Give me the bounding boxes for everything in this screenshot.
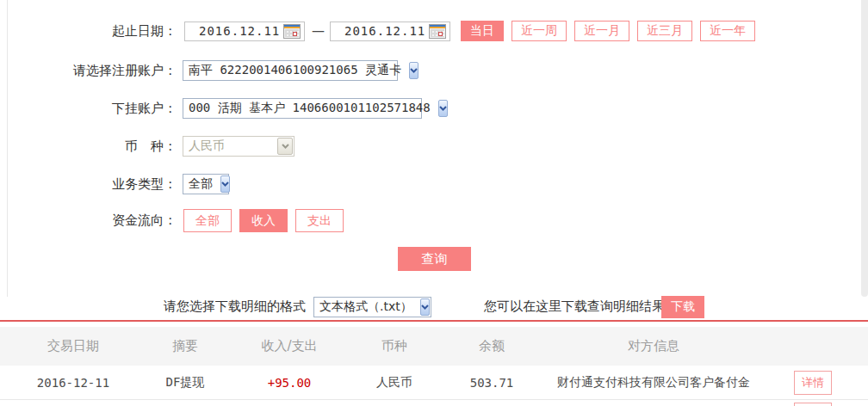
register-account-label: 请选择注册账户： — [0, 63, 177, 79]
calendar-icon[interactable] — [283, 24, 301, 39]
quick-range-quarter-button[interactable]: 近三月 — [637, 21, 692, 41]
col-header-currency: 币种 — [355, 338, 434, 354]
table-top-divider — [0, 320, 868, 322]
col-header-counterparty: 对方信息 — [549, 338, 758, 354]
business-type-select[interactable]: 全部 — [183, 174, 229, 194]
calendar-icon-header — [284, 25, 300, 28]
fund-flow-all-button[interactable]: 全部 — [183, 209, 232, 232]
business-type-value: 全部 — [183, 176, 220, 192]
quick-range-month-button[interactable]: 近一月 — [574, 21, 629, 41]
download-button[interactable]: 下载 — [661, 296, 704, 318]
detail-button[interactable] — [794, 403, 832, 406]
download-row: 请您选择下载明细的格式 文本格式（.txt） 您可以在这里下载查询明细结果 下载 — [0, 296, 868, 318]
quick-range-week-button[interactable]: 近一周 — [512, 21, 567, 41]
download-format-label: 请您选择下载明细的格式 — [164, 298, 306, 315]
cell-summary: DF提现 — [146, 375, 224, 391]
download-format-select[interactable]: 文本格式（.txt） — [313, 297, 431, 317]
transaction-query-page: 起止日期： 2016.12.11 — 2016.12.11 当日 近一周 近一月… — [0, 0, 868, 406]
quick-range-today-button[interactable]: 当日 — [461, 21, 504, 41]
fund-flow-label: 资金流向： — [0, 212, 177, 229]
currency-value: 人民币 — [183, 138, 276, 154]
business-type-row: 业务类型： 全部 — [0, 174, 229, 194]
chevron-down-icon — [277, 138, 293, 155]
date-separator: — — [312, 23, 325, 39]
download-format-value: 文本格式（.txt） — [314, 299, 419, 315]
results-table: 交易日期 摘要 收入/支出 币种 余额 对方信息 2016-12-11 DF提现… — [0, 327, 868, 400]
date-range-row: 起止日期： 2016.12.11 — 2016.12.11 当日 近一周 近一月… — [0, 21, 755, 41]
chevron-down-icon — [438, 100, 448, 117]
cell-balance: 503.71 — [434, 376, 549, 390]
cell-counterparty: 财付通支付科技有限公司客户备付金 — [549, 375, 758, 391]
cell-date: 2016-12-11 — [0, 376, 146, 390]
col-header-income-expense: 收入/支出 — [224, 338, 355, 354]
end-date-input[interactable]: 2016.12.11 — [330, 22, 450, 41]
sub-account-label: 下挂账户： — [0, 101, 177, 117]
sub-account-value: 000 活期 基本户 1406600101102571848 — [183, 101, 437, 116]
fund-flow-row: 资金流向： 全部 收入 支出 — [0, 209, 344, 232]
download-hint-text: 您可以在这里下载查询明细结果 — [484, 298, 665, 315]
col-header-summary: 摘要 — [146, 338, 224, 354]
table-header-row: 交易日期 摘要 收入/支出 币种 余额 对方信息 — [0, 327, 868, 366]
calendar-icon-today-mark — [293, 32, 297, 36]
cell-currency: 人民币 — [355, 375, 434, 391]
register-account-row: 请选择注册账户： 南平 6222001406100921065 灵通卡 — [0, 60, 398, 81]
start-date-value: 2016.12.11 — [199, 24, 283, 38]
query-button[interactable]: 查询 — [398, 247, 471, 271]
currency-label: 币 种： — [0, 138, 177, 155]
sub-account-select[interactable]: 000 活期 基本户 1406600101102571848 — [183, 98, 422, 119]
table-row: 2016-12-11 DF提现 +95.00 人民币 503.71 财付通支付科… — [0, 366, 868, 400]
register-account-value: 南平 6222001406100921065 灵通卡 — [183, 63, 408, 78]
col-header-balance: 余额 — [434, 338, 549, 354]
date-range-label: 起止日期： — [0, 23, 177, 40]
sub-account-row: 下挂账户： 000 活期 基本户 1406600101102571848 — [0, 98, 422, 119]
chevron-down-icon — [220, 175, 230, 193]
quick-range-year-button[interactable]: 近一年 — [700, 21, 755, 41]
register-account-select[interactable]: 南平 6222001406100921065 灵通卡 — [183, 60, 398, 81]
start-date-input[interactable]: 2016.12.11 — [184, 22, 305, 41]
chevron-down-icon — [420, 298, 430, 316]
chevron-down-icon — [409, 62, 418, 79]
currency-row: 币 种： 人民币 — [0, 136, 294, 157]
vertical-scrollbar[interactable] — [861, 0, 868, 297]
table-row-partial — [0, 403, 868, 406]
fund-flow-income-button[interactable]: 收入 — [239, 209, 288, 232]
cell-amount: +95.00 — [224, 376, 355, 390]
detail-button[interactable]: 详情 — [794, 371, 832, 395]
calendar-icon[interactable] — [429, 24, 446, 39]
business-type-label: 业务类型： — [0, 176, 177, 193]
end-date-value: 2016.12.11 — [344, 24, 429, 38]
fund-flow-expense-button[interactable]: 支出 — [295, 209, 344, 232]
calendar-icon-today-mark — [438, 32, 443, 36]
col-header-date: 交易日期 — [0, 338, 146, 354]
calendar-icon-header — [430, 25, 445, 28]
currency-select: 人民币 — [183, 136, 294, 157]
